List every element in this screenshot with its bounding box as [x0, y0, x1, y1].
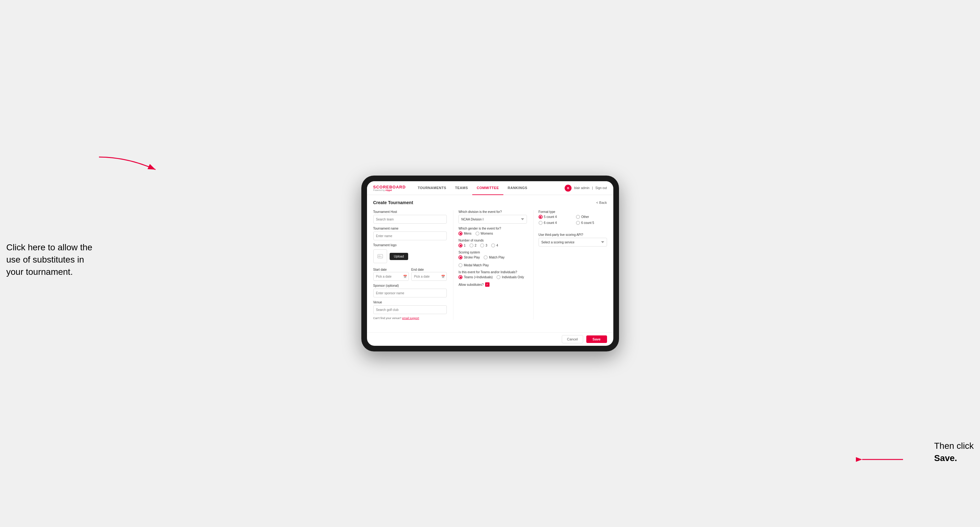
- event-for-group: Is this event for Teams and/or Individua…: [458, 270, 527, 279]
- gender-label: Which gender is the event for?: [458, 227, 527, 230]
- gender-mens-label: Mens: [464, 232, 471, 235]
- rounds-radio-group: 1 2 3 4: [458, 243, 527, 248]
- format-6count4[interactable]: 6 count 4: [539, 221, 570, 225]
- sponsor-input[interactable]: [373, 289, 447, 297]
- gender-mens[interactable]: Mens: [458, 232, 471, 235]
- venue-input[interactable]: [373, 305, 447, 314]
- nav-tournaments[interactable]: TOURNAMENTS: [413, 181, 450, 195]
- nav-username: blair admin: [574, 186, 589, 190]
- gender-mens-dot: [458, 232, 463, 235]
- logo-area: SCOREBOARD Powered by clippd: [373, 185, 406, 191]
- rounds-3-label: 3: [485, 244, 487, 247]
- nav-teams[interactable]: TEAMS: [450, 181, 472, 195]
- cancel-button[interactable]: Cancel: [562, 335, 583, 343]
- scoring-match[interactable]: Match Play: [484, 256, 504, 259]
- tournament-name-label: Tournament name: [373, 227, 447, 230]
- format-5count4-dot: [539, 215, 542, 219]
- format-other[interactable]: Other: [576, 215, 607, 219]
- annotation-right: Then click Save.: [934, 440, 974, 464]
- venue-label: Venue: [373, 300, 447, 304]
- event-teams-label: Teams (+Individuals): [464, 275, 493, 279]
- format-6count5-dot: [576, 221, 580, 225]
- format-6count4-label: 6 count 4: [544, 221, 557, 225]
- logo-placeholder: [373, 249, 387, 263]
- rounds-4[interactable]: 4: [491, 243, 498, 248]
- format-other-label: Other: [581, 215, 589, 219]
- calendar-icon-end: 📅: [441, 275, 445, 278]
- scoring-api-label: Use third-party live scoring API?: [539, 233, 607, 237]
- page-footer: Cancel Save: [367, 332, 613, 346]
- venue-email-link[interactable]: email support: [402, 317, 419, 320]
- rounds-2-label: 2: [475, 244, 477, 247]
- scoring-stroke-label: Stroke Play: [464, 256, 480, 259]
- start-date-label: Start date: [373, 268, 387, 271]
- format-6count5-label: 6 count 5: [581, 221, 594, 225]
- nav-right: B blair admin | Sign out: [565, 185, 607, 192]
- format-6count4-dot: [539, 221, 542, 225]
- save-button[interactable]: Save: [586, 335, 607, 343]
- event-individuals-label: Individuals Only: [502, 275, 524, 279]
- date-row: Start date 📅 End date 📅: [373, 266, 447, 281]
- tournament-logo-label: Tournament logo: [373, 243, 447, 247]
- format-5count4[interactable]: 5 count 4: [539, 215, 570, 219]
- tournament-host-label: Tournament Host: [373, 210, 447, 214]
- nav-rankings[interactable]: RANKINGS: [503, 181, 532, 195]
- rounds-2[interactable]: 2: [469, 243, 477, 248]
- tournament-logo-group: Tournament logo Upload: [373, 243, 447, 263]
- form-col-3: Format type 5 count 4 Other: [533, 210, 607, 320]
- scoring-match-label: Match Play: [489, 256, 504, 259]
- substitutes-checkbox[interactable]: ✓: [485, 283, 490, 287]
- end-date-group: End date 📅: [411, 266, 447, 281]
- gender-group: Which gender is the event for? Mens Wome…: [458, 227, 527, 235]
- format-6count5[interactable]: 6 count 5: [576, 221, 607, 225]
- gender-womens[interactable]: Womens: [476, 232, 493, 235]
- nav-links: TOURNAMENTS TEAMS COMMITTEE RANKINGS: [413, 181, 565, 195]
- arrow-right-icon: [856, 453, 906, 466]
- division-select[interactable]: NCAA Division I: [458, 215, 527, 224]
- upload-button[interactable]: Upload: [390, 253, 409, 260]
- sign-out-link[interactable]: Sign out: [595, 186, 607, 190]
- sponsor-label: Sponsor (optional): [373, 284, 447, 287]
- scoring-medal[interactable]: Medal Match Play: [458, 263, 488, 267]
- page-title: Create Tournament: [373, 200, 413, 205]
- rounds-1-label: 1: [464, 244, 466, 247]
- substitutes-label: Allow substitutes?: [458, 283, 484, 286]
- scoring-stroke[interactable]: Stroke Play: [458, 256, 480, 259]
- start-date-group: Start date 📅: [373, 266, 409, 281]
- form-col-2: Which division is the event for? NCAA Di…: [453, 210, 527, 320]
- scoring-match-dot: [484, 256, 488, 259]
- tournament-host-input[interactable]: [373, 215, 447, 224]
- rounds-3-dot: [480, 243, 484, 248]
- nav-separator: |: [592, 186, 593, 190]
- tablet-frame: SCOREBOARD Powered by clippd TOURNAMENTS…: [361, 176, 619, 351]
- event-teams[interactable]: Teams (+Individuals): [458, 275, 493, 279]
- rounds-1[interactable]: 1: [458, 243, 466, 248]
- tournament-name-input[interactable]: [373, 232, 447, 240]
- event-individuals-dot: [496, 275, 501, 279]
- navbar: SCOREBOARD Powered by clippd TOURNAMENTS…: [367, 181, 613, 195]
- scoring-medal-label: Medal Match Play: [464, 264, 488, 267]
- logo-upload-area: Upload: [373, 249, 447, 263]
- format-group: Format type 5 count 4 Other: [539, 210, 607, 225]
- back-link[interactable]: < Back: [597, 201, 607, 205]
- event-teams-dot: [458, 275, 463, 279]
- scoring-api-select[interactable]: Select a scoring service: [539, 238, 607, 246]
- scoring-radio-group: Stroke Play Match Play Medal Match Play: [458, 256, 527, 267]
- venue-group: Venue Can't find your venue? email suppo…: [373, 300, 447, 320]
- substitutes-item: Allow substitutes? ✓: [458, 283, 527, 287]
- start-date-wrap: 📅: [373, 272, 409, 281]
- avatar: B: [565, 185, 571, 192]
- format-5count4-label: 5 count 4: [544, 215, 557, 219]
- division-label: Which division is the event for?: [458, 210, 527, 214]
- event-for-label: Is this event for Teams and/or Individua…: [458, 270, 527, 274]
- rounds-4-label: 4: [496, 244, 498, 247]
- nav-committee[interactable]: COMMITTEE: [472, 181, 503, 195]
- scoring-label: Scoring system: [458, 251, 527, 254]
- event-individuals[interactable]: Individuals Only: [496, 275, 524, 279]
- gender-radio-group: Mens Womens: [458, 232, 527, 235]
- logo-red-text: SCOREBOARD: [373, 185, 406, 189]
- rounds-3[interactable]: 3: [480, 243, 487, 248]
- tablet-screen: SCOREBOARD Powered by clippd TOURNAMENTS…: [367, 181, 613, 346]
- format-radio-grid: 5 count 4 Other 6 count 4: [539, 215, 607, 225]
- substitutes-group: Allow substitutes? ✓: [458, 283, 527, 287]
